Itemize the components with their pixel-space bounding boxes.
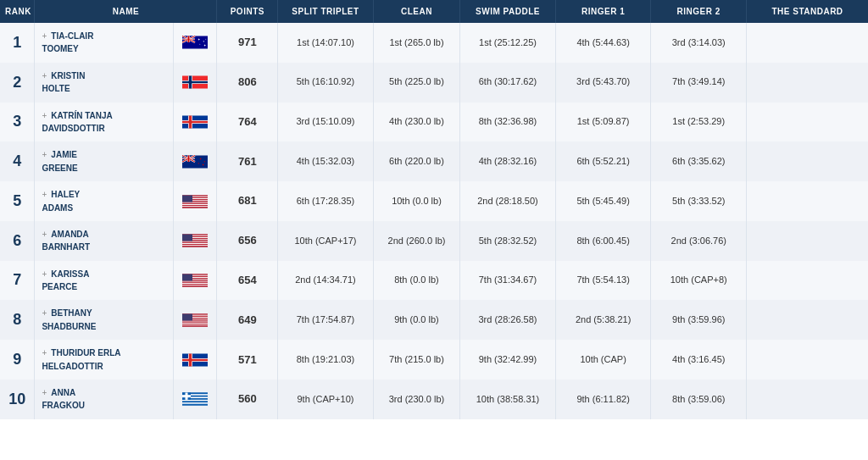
svg-rect-98: [182, 313, 192, 320]
clean-cell: 10th (0.0 lb): [373, 181, 459, 221]
svg-rect-93: [182, 322, 208, 323]
swim-paddle-cell: 5th (28:32.52): [460, 221, 556, 261]
table-row: 9 + THURIDUR ERLAHELGADOTTIR 571 8th (19…: [0, 340, 868, 380]
name-cell: + AMANDABARNHART: [35, 221, 174, 261]
ringer2-cell: 1st (2:53.29): [651, 103, 747, 142]
table-row: 10 + ANNAFRAGKOU 560 9th (CAP+10) 3rd (2…: [0, 380, 868, 419]
svg-rect-47: [182, 202, 208, 202]
swim-paddle-cell: 3rd (28:26.58): [460, 300, 556, 340]
split-triplet-cell: 8th (19:21.03): [278, 340, 374, 380]
ringer1-cell: 4th (5:44.63): [555, 23, 651, 63]
points-cell: 681: [217, 181, 278, 221]
header-rank: RANK: [0, 0, 35, 23]
ringer2-cell: 6th (3:35.62): [651, 141, 747, 181]
expand-icon[interactable]: +: [42, 388, 47, 397]
expand-icon[interactable]: +: [42, 31, 47, 41]
ringer1-cell: 3rd (5:43.70): [555, 63, 651, 103]
ringer2-cell: 8th (3:59.06): [651, 380, 747, 419]
flag-cell: [174, 63, 217, 103]
athlete-name: JAMIEGREENE: [42, 150, 77, 172]
athlete-name: TIA-CLAIRTOOMEY: [42, 31, 93, 53]
flag-cell: [174, 340, 217, 380]
svg-rect-94: [182, 323, 208, 324]
svg-rect-65: [182, 244, 208, 245]
expand-icon[interactable]: +: [42, 308, 47, 318]
expand-icon[interactable]: +: [42, 71, 47, 80]
flag-cell: ✦ ✦ ✦ ✦ ✦: [174, 23, 217, 63]
ringer1-cell: 10th (CAP): [555, 340, 651, 380]
name-cell: + TIA-CLAIRTOOMEY: [35, 23, 174, 63]
clean-cell: 3rd (230.0 lb): [373, 380, 459, 419]
ringer2-cell: 9th (3:59.96): [651, 300, 747, 340]
athlete-name: BETHANYSHADBURNE: [42, 308, 96, 330]
svg-rect-52: [182, 207, 208, 208]
rank-cell: 10: [0, 380, 35, 419]
swim-paddle-cell: 1st (25:12.25): [460, 23, 556, 63]
ringer2-cell: 3rd (3:14.03): [651, 23, 747, 63]
svg-rect-96: [182, 324, 208, 325]
svg-rect-81: [182, 285, 208, 285]
standard-cell: [747, 23, 868, 63]
split-triplet-cell: 5th (16:10.92): [278, 63, 374, 103]
flag-cell: [174, 261, 217, 301]
rank-cell: 6: [0, 221, 35, 261]
expand-icon[interactable]: +: [42, 348, 47, 357]
split-triplet-cell: 4th (15:32.03): [278, 141, 374, 181]
svg-rect-34: [182, 158, 195, 159]
header-clean: CLEAN: [373, 0, 459, 23]
svg-rect-23: [182, 121, 208, 124]
split-triplet-cell: 7th (17:54.87): [278, 300, 374, 340]
athlete-name: KATRÍN TANJADAVIDSDOTTIR: [42, 111, 112, 133]
svg-rect-67: [182, 247, 208, 247]
ringer1-cell: 8th (6:00.45): [555, 221, 651, 261]
expand-icon[interactable]: +: [42, 150, 47, 159]
rank-cell: 1: [0, 23, 35, 63]
points-cell: 761: [217, 141, 278, 181]
split-triplet-cell: 2nd (14:34.71): [278, 261, 374, 301]
ringer2-cell: 7th (3:49.14): [651, 63, 747, 103]
header-ringer2: RINGER 2: [651, 0, 747, 23]
flag-cell: [174, 103, 217, 142]
name-cell: + THURIDUR ERLAHELGADOTTIR: [35, 340, 174, 380]
header-swim-paddle: SWIM PADDLE: [460, 0, 556, 23]
svg-rect-103: [189, 353, 192, 366]
svg-rect-83: [182, 274, 192, 281]
athlete-name: HALEYADAMS: [42, 190, 80, 212]
name-cell: + ANNAFRAGKOU: [35, 380, 174, 419]
swim-paddle-cell: 10th (38:58.31): [460, 380, 556, 419]
svg-rect-111: [182, 402, 208, 403]
svg-rect-116: [182, 396, 191, 398]
expand-icon[interactable]: +: [42, 269, 47, 279]
points-cell: 764: [217, 103, 278, 142]
svg-rect-68: [182, 235, 192, 241]
rank-cell: 2: [0, 63, 35, 103]
rank-cell: 8: [0, 300, 35, 340]
table-row: 2 + KRISTINHOLTE 806 5th (16:10.92) 5th …: [0, 63, 868, 103]
name-cell: + KRISTINHOLTE: [35, 63, 174, 103]
svg-rect-51: [182, 206, 208, 207]
points-cell: 656: [217, 221, 278, 261]
ringer2-cell: 2nd (3:06.76): [651, 221, 747, 261]
name-cell: + BETHANYSHADBURNE: [35, 300, 174, 340]
clean-cell: 7th (215.0 lb): [373, 340, 459, 380]
svg-rect-62: [182, 241, 208, 242]
svg-rect-64: [182, 243, 208, 244]
name-cell: + JAMIEGREENE: [35, 141, 174, 181]
clean-cell: 1st (265.0 lb): [373, 23, 459, 63]
swim-paddle-cell: 2nd (28:18.50): [460, 181, 556, 221]
svg-rect-24: [189, 115, 192, 128]
table-row: 8 + BETHANYSHADBURNE 649 7th (17:54.87) …: [0, 300, 868, 340]
split-triplet-cell: 9th (CAP+10): [278, 380, 374, 419]
name-cell: + KATRÍN TANJADAVIDSDOTTIR: [35, 103, 174, 142]
standard-cell: [747, 221, 868, 261]
header-split-triplet: SPLIT TRIPLET: [278, 0, 374, 23]
svg-rect-113: [182, 404, 208, 406]
flag-cell: [174, 300, 217, 340]
clean-cell: 9th (0.0 lb): [373, 300, 459, 340]
svg-rect-95: [182, 324, 208, 324]
svg-rect-63: [182, 242, 208, 243]
athlete-name: ANNAFRAGKOU: [42, 388, 85, 410]
expand-icon[interactable]: +: [42, 111, 47, 120]
expand-icon[interactable]: +: [42, 230, 47, 239]
expand-icon[interactable]: +: [42, 190, 47, 199]
